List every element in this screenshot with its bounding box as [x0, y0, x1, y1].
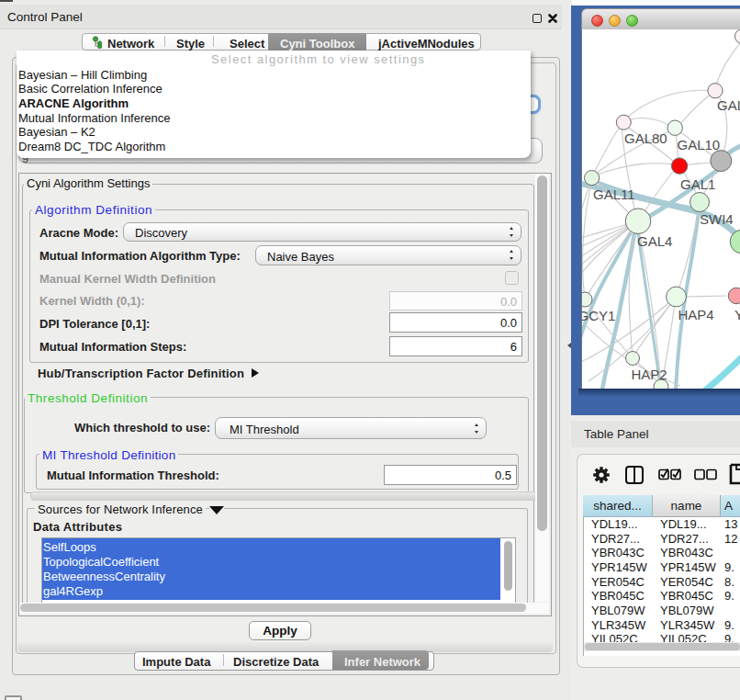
svg-text:GAL80: GAL80 [624, 130, 667, 146]
svg-text:GAL11: GAL11 [593, 186, 635, 202]
svg-text:GAL1: GAL1 [680, 176, 715, 192]
svg-text:GAL4: GAL4 [637, 233, 672, 249]
svg-text:GCY1: GCY1 [581, 308, 615, 323]
svg-text:HAP4: HAP4 [678, 307, 714, 322]
svg-text:HAP2: HAP2 [632, 367, 667, 382]
svg-text:SWI4: SWI4 [700, 211, 734, 227]
svg-text:GAL7: GAL7 [717, 97, 740, 113]
svg-text:GAL10: GAL10 [678, 137, 721, 152]
svg-text:YJ: YJ [734, 307, 740, 322]
